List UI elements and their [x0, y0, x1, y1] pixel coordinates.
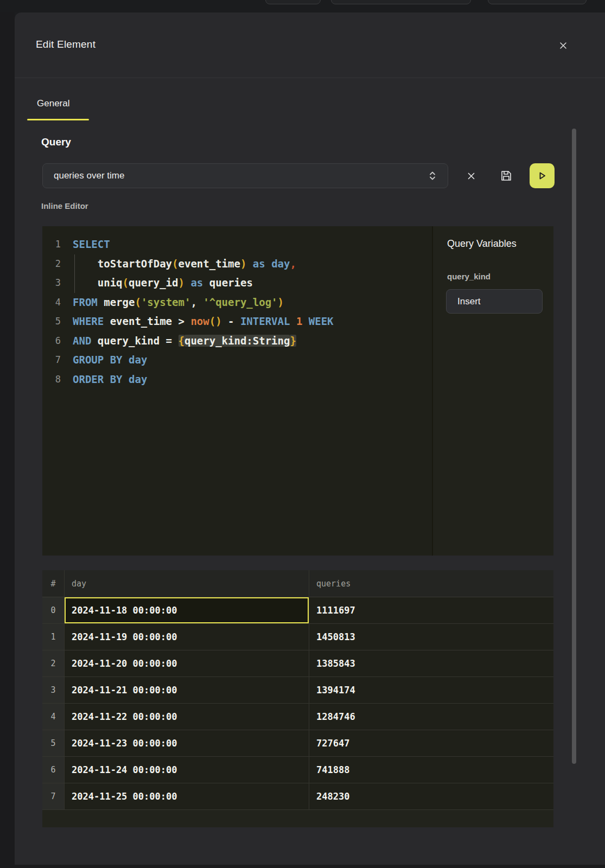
results-table-footer [42, 810, 553, 827]
code-line: 7GROUP BY day [42, 350, 432, 370]
code-text: ORDER BY day [73, 370, 147, 390]
day-cell[interactable]: 2024-11-23 00:00:00 [65, 730, 309, 757]
background-topbar [0, 0, 605, 12]
query-section-heading: Query [41, 136, 71, 148]
table-row: 32024-11-21 00:00:001394174 [42, 677, 553, 704]
insert-variable-button[interactable]: Insert [446, 289, 543, 314]
day-cell-selected[interactable]: 2024-11-18 00:00:00 [65, 597, 309, 624]
row-index-cell: 5 [42, 730, 65, 757]
day-cell[interactable]: 2024-11-19 00:00:00 [65, 624, 309, 650]
line-number: 5 [42, 312, 61, 331]
line-number: 4 [42, 293, 61, 312]
tab-active-underline [27, 119, 89, 120]
queries-cell[interactable]: 248230 [309, 783, 553, 810]
code-text: toStartOfDay(event_time) as day, [73, 254, 296, 274]
code-area[interactable]: 1SELECT2 toStartOfDay(event_time) as day… [42, 226, 432, 556]
day-cell[interactable]: 2024-11-25 00:00:00 [65, 783, 309, 810]
code-line: 4FROM merge('system', '^query_log') [42, 293, 432, 312]
background-toolbar-button[interactable] [331, 0, 471, 4]
day-cell[interactable]: 2024-11-24 00:00:00 [65, 757, 309, 783]
code-text: uniq(query_id) as queries [73, 273, 253, 293]
row-index-cell: 6 [42, 757, 65, 783]
row-index-cell: 2 [42, 650, 65, 677]
header-divider [15, 78, 605, 78]
column-header-index: # [42, 570, 65, 597]
results-table-header: # day queries [42, 570, 553, 597]
column-header-queries: queries [309, 570, 553, 597]
background-page-edge [0, 12, 15, 868]
queries-cell[interactable]: 1111697 [309, 597, 553, 624]
line-number: 7 [42, 350, 61, 370]
code-text: FROM merge('system', '^query_log') [73, 293, 284, 312]
table-row: 42024-11-22 00:00:001284746 [42, 704, 553, 730]
table-row: 72024-11-25 00:00:00248230 [42, 783, 553, 810]
queries-cell[interactable]: 727647 [309, 730, 553, 757]
variable-name-label: query_kind [447, 272, 491, 281]
scrollbar-thumb[interactable] [572, 129, 576, 764]
day-cell[interactable]: 2024-11-20 00:00:00 [65, 650, 309, 677]
indent-guide [74, 254, 75, 293]
line-number: 3 [42, 273, 61, 293]
code-text: GROUP BY day [73, 350, 147, 370]
queries-cell[interactable]: 1450813 [309, 624, 553, 650]
screen: Edit Element General Query queries over … [0, 0, 605, 868]
queries-cell[interactable]: 1385843 [309, 650, 553, 677]
query-variables-panel: Query Variables query_kind Insert [432, 226, 553, 556]
inline-editor-label: Inline Editor [41, 201, 88, 210]
code-line: 1SELECT [42, 235, 432, 254]
line-number: 6 [42, 331, 61, 351]
close-icon[interactable] [557, 40, 569, 52]
queries-cell[interactable]: 1284746 [309, 704, 553, 730]
day-cell[interactable]: 2024-11-21 00:00:00 [65, 677, 309, 704]
code-line: 2 toStartOfDay(event_time) as day, [42, 254, 432, 274]
code-line: 6AND query_kind = {query_kind:String} [42, 331, 432, 351]
query-select-value: queries over time [43, 170, 448, 181]
code-text: WHERE event_time > now() - INTERVAL 1 WE… [73, 312, 334, 331]
row-index-cell: 3 [42, 677, 65, 704]
select-chevron-icon [429, 171, 436, 180]
table-row: 02024-11-18 00:00:001111697 [42, 597, 553, 624]
table-row: 62024-11-24 00:00:00741888 [42, 757, 553, 783]
line-number: 2 [42, 254, 61, 274]
code-text: AND query_kind = {query_kind:String} [73, 331, 296, 351]
day-cell[interactable]: 2024-11-22 00:00:00 [65, 704, 309, 730]
line-number: 1 [42, 235, 61, 254]
code-text: SELECT [73, 235, 110, 254]
modal-header: Edit Element [15, 12, 605, 78]
save-icon[interactable] [498, 167, 515, 184]
row-index-cell: 1 [42, 624, 65, 650]
code-line: 3 uniq(query_id) as queries [42, 273, 432, 293]
query-variables-title: Query Variables [447, 238, 517, 250]
modal-title: Edit Element [36, 39, 95, 50]
code-line: 5WHERE event_time > now() - INTERVAL 1 W… [42, 312, 432, 331]
table-row: 12024-11-19 00:00:001450813 [42, 624, 553, 650]
table-row: 52024-11-23 00:00:00727647 [42, 730, 553, 757]
results-table: # day queries 02024-11-18 00:00:00111169… [42, 570, 553, 827]
row-index-cell: 0 [42, 597, 65, 624]
query-select[interactable]: queries over time [42, 163, 448, 188]
table-row: 22024-11-20 00:00:001385843 [42, 650, 553, 677]
sql-editor[interactable]: 1SELECT2 toStartOfDay(event_time) as day… [42, 226, 553, 556]
clear-query-icon[interactable] [463, 168, 479, 183]
code-line: 8ORDER BY day [42, 370, 432, 390]
background-toolbar-button[interactable] [488, 0, 587, 4]
queries-cell[interactable]: 1394174 [309, 677, 553, 704]
background-toolbar-button[interactable] [265, 0, 321, 4]
tab-general[interactable]: General [37, 98, 69, 109]
edit-element-modal: Edit Element General Query queries over … [15, 12, 605, 865]
column-header-day: day [65, 570, 309, 597]
line-number: 8 [42, 370, 61, 390]
background-bottom-edge [15, 865, 605, 868]
row-index-cell: 4 [42, 704, 65, 730]
queries-cell[interactable]: 741888 [309, 757, 553, 783]
row-index-cell: 7 [42, 783, 65, 810]
run-query-button[interactable] [530, 163, 555, 188]
